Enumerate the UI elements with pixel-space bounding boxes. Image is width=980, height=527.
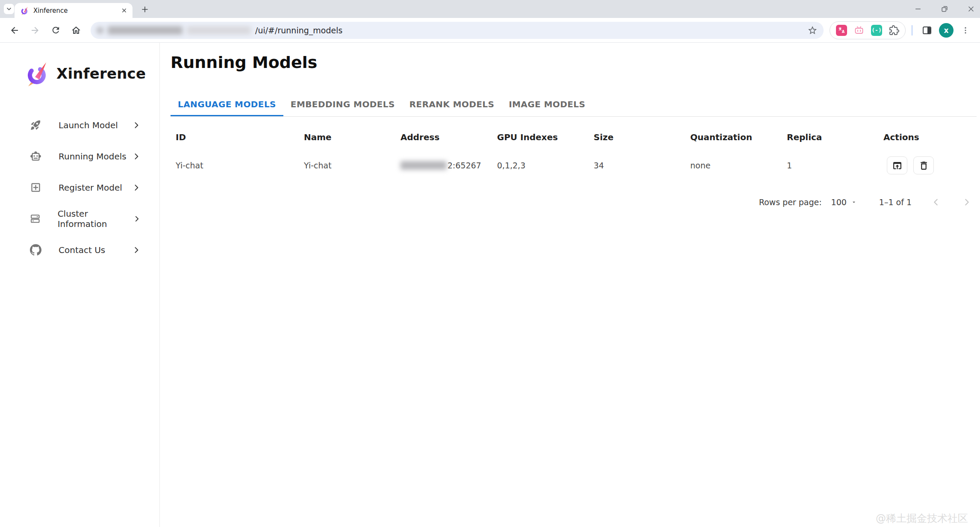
- previous-page-button[interactable]: [930, 196, 942, 209]
- model-type-tabs: LANGUAGE MODELS EMBEDDING MODELS RERANK …: [171, 96, 977, 117]
- sidebar-item-label: Launch Model: [59, 120, 118, 130]
- new-tab-button[interactable]: [139, 4, 150, 15]
- rows-per-page-value: 100: [831, 197, 847, 207]
- window-close-button[interactable]: [966, 4, 976, 14]
- extensions-puzzle-button[interactable]: [889, 25, 899, 35]
- puzzle-icon: [889, 25, 899, 35]
- brand-name: Xinference: [56, 65, 146, 82]
- sidebar-item-launch-model[interactable]: Launch Model: [0, 109, 159, 141]
- plus-icon: [141, 6, 149, 13]
- kebab-menu-icon: [961, 26, 970, 35]
- browser-menu-button[interactable]: [957, 22, 974, 39]
- toolbar-separator: [912, 25, 912, 35]
- cell-actions: [878, 156, 977, 174]
- close-icon: [967, 5, 975, 13]
- cell-id: Yi-chat: [171, 161, 299, 170]
- column-header-size: Size: [589, 132, 685, 142]
- cell-replica: 1: [782, 161, 878, 170]
- column-header-name: Name: [299, 132, 395, 142]
- chevron-down-icon: [6, 6, 12, 12]
- column-header-actions: Actions: [878, 132, 977, 142]
- chevron-right-icon: [132, 152, 141, 161]
- dropdown-caret-icon: [851, 199, 857, 205]
- chevron-right-icon: [132, 183, 141, 192]
- rocket-icon: [30, 119, 41, 131]
- chevron-right-icon: [132, 121, 141, 130]
- url-redacted-host: [108, 26, 182, 35]
- sidebar-item-contact-us[interactable]: Contact Us: [0, 234, 159, 265]
- restore-icon: [940, 5, 949, 13]
- sidebar-item-label: Register Model: [59, 183, 122, 193]
- sidebar-item-running-models[interactable]: Running Models: [0, 141, 159, 172]
- column-header-address: Address: [395, 132, 492, 142]
- tab-language-models[interactable]: LANGUAGE MODELS: [171, 96, 283, 116]
- chevron-right-icon: [132, 246, 141, 254]
- delete-model-button[interactable]: [913, 156, 934, 174]
- back-arrow-icon: [9, 25, 20, 35]
- profile-avatar[interactable]: x: [939, 23, 954, 38]
- url-bar[interactable]: /ui/#/running_models: [91, 22, 824, 39]
- tab-rerank-models[interactable]: RERANK MODELS: [402, 96, 502, 116]
- chevron-right-icon: [962, 197, 971, 207]
- page-title: Running Models: [171, 52, 977, 73]
- rows-per-page-select[interactable]: 100: [831, 197, 857, 207]
- side-panel-button[interactable]: [918, 22, 936, 39]
- extensions-pill: A (-): [830, 21, 906, 39]
- tab-title: Xinference: [33, 7, 117, 15]
- browser-tab[interactable]: Xinference: [15, 3, 132, 18]
- address-redacted: [400, 161, 447, 170]
- server-icon: [30, 213, 41, 224]
- sidebar-item-cluster-information[interactable]: Cluster Information: [0, 203, 159, 234]
- next-page-button[interactable]: [960, 196, 973, 209]
- forward-button[interactable]: [26, 22, 44, 39]
- main-content: Running Models LANGUAGE MODELS EMBEDDING…: [160, 43, 980, 527]
- cell-quantization: none: [685, 161, 782, 170]
- add-box-icon: [30, 182, 41, 193]
- cell-size: 34: [589, 161, 685, 170]
- side-panel-icon: [922, 25, 932, 35]
- url-redacted-path: [187, 26, 251, 35]
- chevron-right-icon: [133, 215, 141, 223]
- sidebar-item-label: Running Models: [59, 151, 127, 162]
- column-header-quantization: Quantization: [685, 132, 782, 142]
- svg-text:A: A: [842, 29, 845, 34]
- tab-close-icon[interactable]: [121, 7, 127, 14]
- address-visible: 2:65267: [447, 161, 481, 170]
- tv-extension-icon[interactable]: [854, 25, 864, 35]
- chevron-left-icon: [931, 197, 941, 207]
- sidebar: Xinference Launch Model Running Models R…: [0, 43, 160, 527]
- table-header-row: ID Name Address GPU Indexes Size Quantiz…: [171, 126, 977, 148]
- tab-list-chevron-button[interactable]: [4, 4, 14, 14]
- window-minimize-button[interactable]: [913, 4, 923, 14]
- open-web-ui-button[interactable]: [887, 156, 907, 174]
- bookmark-star-icon[interactable]: [807, 25, 818, 35]
- url-text[interactable]: /ui/#/running_models: [255, 26, 342, 35]
- sidebar-item-register-model[interactable]: Register Model: [0, 172, 159, 203]
- site-info-icon[interactable]: [97, 27, 103, 34]
- column-header-id: ID: [171, 132, 299, 142]
- xinference-logo-icon: [23, 60, 50, 87]
- reload-icon: [51, 25, 61, 35]
- cell-name: Yi-chat: [299, 161, 395, 170]
- tab-embedding-models[interactable]: EMBEDDING MODELS: [283, 96, 402, 116]
- home-button[interactable]: [68, 22, 85, 39]
- back-button[interactable]: [6, 22, 23, 39]
- home-icon: [71, 25, 81, 35]
- pagination-range: 1–1 of 1: [879, 197, 912, 207]
- table-row: Yi-chat Yi-chat 2:65267 0,1,2,3 34 none …: [171, 148, 977, 183]
- github-icon: [30, 244, 41, 256]
- tab-image-models[interactable]: IMAGE MODELS: [501, 96, 592, 116]
- open-in-browser-icon: [892, 160, 903, 171]
- pagination: Rows per page: 100 1–1 of 1: [171, 189, 977, 215]
- reload-button[interactable]: [47, 22, 64, 39]
- robot-icon: [30, 150, 41, 162]
- sidebar-item-label: Contact Us: [59, 245, 105, 255]
- window-restore-button[interactable]: [940, 4, 949, 14]
- sidebar-item-label: Cluster Information: [58, 209, 133, 229]
- browser-toolbar: /ui/#/running_models A (-) x: [0, 18, 980, 43]
- window-controls: [913, 0, 976, 18]
- brackets-extension-icon[interactable]: (-): [871, 25, 882, 36]
- trash-icon: [918, 160, 929, 171]
- column-header-replica: Replica: [782, 132, 878, 142]
- translate-extension-icon[interactable]: A: [836, 25, 847, 36]
